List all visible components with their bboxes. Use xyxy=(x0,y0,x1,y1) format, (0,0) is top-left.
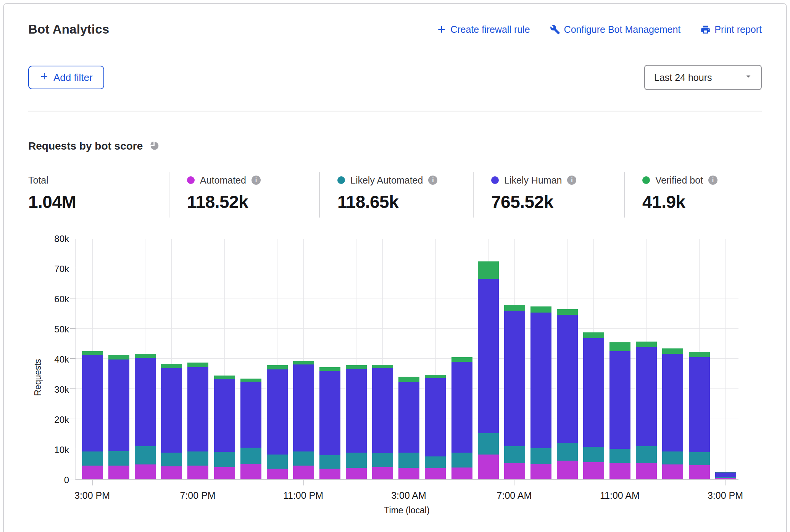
bar-slot xyxy=(264,365,290,479)
stacked-bar-900am-18[interactable] xyxy=(557,309,578,479)
print-report-link[interactable]: Print report xyxy=(700,24,762,35)
segment-automated xyxy=(214,467,235,479)
segment-automated xyxy=(478,455,499,479)
bar-slot xyxy=(158,364,185,479)
segment-likely-automated xyxy=(478,433,499,455)
info-icon[interactable]: i xyxy=(252,176,261,185)
segment-likely-automated xyxy=(636,446,657,463)
bar-slot xyxy=(185,363,211,479)
segment-likely-automated xyxy=(372,453,393,467)
stat-value: 1.04M xyxy=(28,192,169,212)
bar-slot xyxy=(475,261,501,479)
segment-automated xyxy=(557,461,578,479)
x-tick-label: 7:00 AM xyxy=(497,490,532,501)
segment-likely-human xyxy=(715,472,736,477)
requests-by-bot-score-section: Requests by bot score Total1.04MAutomate… xyxy=(4,111,786,516)
segment-likely-human xyxy=(504,311,525,447)
y-tick-label: 40k xyxy=(54,354,69,365)
info-icon[interactable]: i xyxy=(567,176,576,185)
configure-bot-management-link[interactable]: Configure Bot Management xyxy=(550,24,681,35)
y-tick-label: 0 xyxy=(64,475,69,485)
bar-slot xyxy=(422,375,448,479)
segment-likely-human xyxy=(319,371,340,455)
segment-likely-human xyxy=(161,368,182,453)
segment-automated xyxy=(372,467,393,479)
add-filter-button[interactable]: Add filter xyxy=(28,66,104,89)
segment-automated xyxy=(267,469,288,479)
stat-value: 118.65k xyxy=(337,192,473,212)
segment-likely-automated xyxy=(135,446,156,464)
stacked-bar-500pm-2[interactable] xyxy=(135,354,156,479)
y-axis-ticks: 010k20k30k40k50k60k70k80k xyxy=(47,239,75,480)
time-range-dropdown[interactable]: Last 24 hours xyxy=(644,65,762,90)
bar-slot xyxy=(580,332,607,479)
segment-likely-human xyxy=(214,379,235,452)
stacked-bar-400pm-1[interactable] xyxy=(108,355,129,479)
stacked-bar-1200pm-21[interactable] xyxy=(636,342,657,479)
segment-verified-bot xyxy=(609,342,630,351)
stacked-bar-200am-11[interactable] xyxy=(372,365,393,479)
print-report-label: Print report xyxy=(714,24,762,35)
stacked-bar-600am-15[interactable] xyxy=(478,261,499,479)
segment-automated xyxy=(293,466,314,479)
segment-verified-bot xyxy=(636,342,657,347)
x-tick-mark xyxy=(303,480,304,485)
segment-likely-automated xyxy=(346,453,367,468)
stacked-bar-800pm-5[interactable] xyxy=(214,376,235,479)
stacked-bar-100pm-22[interactable] xyxy=(662,348,683,479)
segment-verified-bot xyxy=(108,355,129,360)
x-tick-label: 3:00 PM xyxy=(708,490,743,501)
y-tick-mark xyxy=(70,298,76,298)
segment-likely-human xyxy=(293,364,314,451)
segment-likely-automated xyxy=(557,443,578,461)
chevron-down-icon xyxy=(743,71,753,84)
plot-area xyxy=(75,239,738,480)
stacked-bar-500am-14[interactable] xyxy=(451,357,472,479)
segment-likely-human xyxy=(135,358,156,446)
stacked-bar-1000am-19[interactable] xyxy=(583,332,604,479)
verified-bot-legend-dot xyxy=(642,176,650,184)
segment-likely-automated xyxy=(504,446,525,463)
stacked-bar-800am-17[interactable] xyxy=(530,306,551,479)
stacked-bar-700pm-4[interactable] xyxy=(187,363,208,479)
time-range-value: Last 24 hours xyxy=(654,72,712,83)
bar-slot xyxy=(686,352,713,479)
stacked-bar-1000pm-7[interactable] xyxy=(267,365,288,479)
configure-bot-management-label: Configure Bot Management xyxy=(564,24,681,35)
segment-likely-human xyxy=(662,354,683,451)
segment-verified-bot xyxy=(583,332,604,338)
y-tick-label: 10k xyxy=(54,445,69,455)
stacked-bar-100am-10[interactable] xyxy=(346,365,367,479)
segment-likely-human xyxy=(108,360,129,451)
stacked-bar-200pm-23[interactable] xyxy=(689,352,710,479)
stacked-bar-400am-13[interactable] xyxy=(425,375,446,479)
stacked-bar-900pm-6[interactable] xyxy=(240,379,261,479)
segment-verified-bot xyxy=(161,364,182,368)
bar-slot xyxy=(501,305,528,479)
segment-likely-automated xyxy=(240,448,261,464)
add-filter-label: Add filter xyxy=(53,72,93,84)
info-icon[interactable]: i xyxy=(428,176,437,185)
stat-value: 118.52k xyxy=(187,192,319,212)
create-firewall-rule-link[interactable]: Create firewall rule xyxy=(437,24,530,35)
segment-automated xyxy=(346,468,367,479)
info-icon[interactable]: i xyxy=(708,176,717,185)
segment-verified-bot xyxy=(214,376,235,379)
stacked-bar-700am-16[interactable] xyxy=(504,305,525,479)
stat-label: Likely Automated xyxy=(350,175,423,186)
stacked-bar-300am-12[interactable] xyxy=(398,377,419,479)
x-tick-label: 7:00 PM xyxy=(180,490,215,501)
segment-likely-human xyxy=(398,382,419,453)
y-tick-label: 20k xyxy=(54,414,69,425)
stacked-bar-1200am-9[interactable] xyxy=(319,367,340,479)
segment-automated xyxy=(530,464,551,479)
stacked-bar-300pm-24[interactable] xyxy=(715,472,736,479)
bar-slot xyxy=(79,351,106,479)
stacked-bar-1100pm-8[interactable] xyxy=(293,361,314,479)
stacked-bar-1100am-20[interactable] xyxy=(609,342,630,479)
segment-verified-bot xyxy=(319,367,340,371)
segment-likely-human xyxy=(689,357,710,452)
x-axis-title: Time (local) xyxy=(75,505,738,516)
stacked-bar-600pm-3[interactable] xyxy=(161,364,182,479)
stacked-bar-300pm-0[interactable] xyxy=(82,351,103,479)
